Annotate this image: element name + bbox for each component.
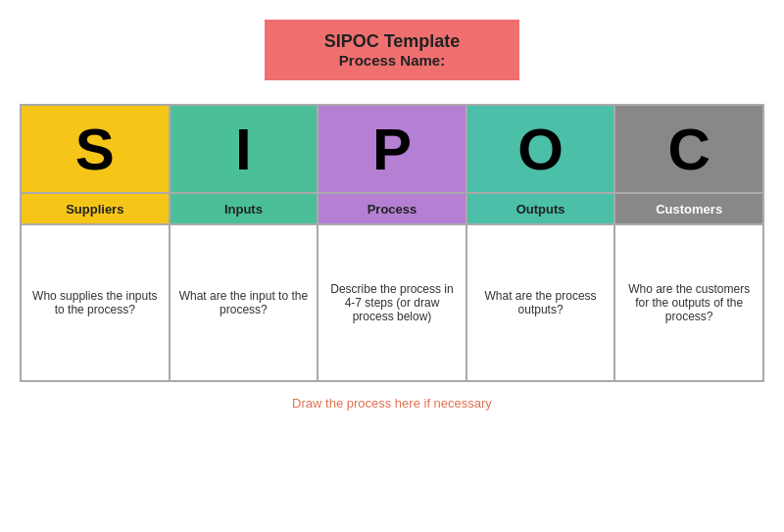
content-cell-inputs: What are the input to the process? — [170, 224, 318, 381]
letter-cell-o: O — [466, 105, 615, 193]
label-cell-suppliers: Suppliers — [21, 193, 170, 224]
letter-cell-s: S — [21, 105, 170, 193]
letter-cell-i: I — [170, 105, 318, 193]
sipoc-table: SIPOCSuppliersInputsProcessOutputsCustom… — [20, 104, 764, 382]
content-cell-outputs: What are the process outputs? — [466, 224, 615, 381]
title-box: SIPOC Template Process Name: — [265, 20, 519, 80]
letter-cell-c: C — [614, 105, 763, 193]
content-cell-process: Describe the process in 4-7 steps (or dr… — [318, 224, 466, 381]
content-cell-customers: Who are the customers for the outputs of… — [614, 224, 763, 381]
label-cell-outputs: Outputs — [466, 193, 615, 224]
footer-text: Draw the process here if necessary — [292, 396, 492, 411]
letter-cell-p: P — [318, 105, 466, 193]
label-cell-customers: Customers — [614, 193, 763, 224]
label-cell-process: Process — [318, 193, 466, 224]
main-title: SIPOC Template — [304, 31, 480, 52]
content-cell-suppliers: Who supplies the inputs to the process? — [21, 224, 170, 381]
label-cell-inputs: Inputs — [170, 193, 318, 224]
subtitle: Process Name: — [304, 52, 480, 69]
